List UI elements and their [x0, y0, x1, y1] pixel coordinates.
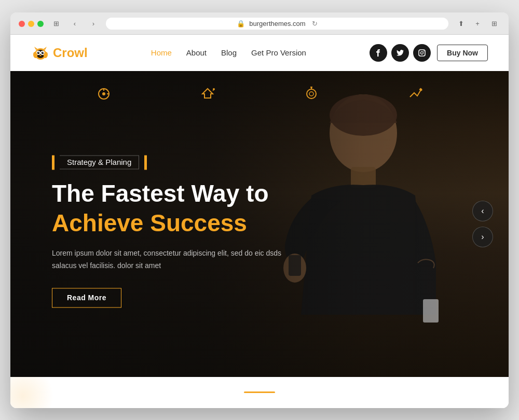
- browser-actions: ⬆ + ⊞: [455, 18, 500, 30]
- nav-forward-button[interactable]: ›: [87, 18, 100, 30]
- nav-item-blog[interactable]: Blog: [221, 48, 237, 58]
- traffic-light-yellow[interactable]: [28, 21, 34, 27]
- twitter-icon[interactable]: [391, 44, 409, 62]
- svg-point-28: [309, 92, 313, 96]
- address-bar[interactable]: 🔒 burgerthemes.com ↻: [106, 18, 448, 30]
- read-more-button[interactable]: Read More: [52, 288, 121, 307]
- nav-link-pro[interactable]: Get Pro Version: [251, 48, 306, 57]
- float-icon-1: [97, 87, 111, 104]
- svg-point-27: [307, 89, 316, 99]
- below-hero-line: [244, 391, 275, 393]
- slider-next-button[interactable]: ›: [472, 227, 493, 247]
- svg-point-9: [43, 52, 43, 52]
- share-icon[interactable]: ⬆: [455, 18, 467, 30]
- logo[interactable]: Crowl: [31, 46, 88, 60]
- hero-content: Strategy & Planing The Fastest Way to Ac…: [52, 155, 291, 307]
- instagram-icon[interactable]: [413, 44, 431, 62]
- nav-back-button[interactable]: ‹: [69, 18, 81, 30]
- url-text: burgerthemes.com: [249, 20, 305, 27]
- new-tab-icon[interactable]: +: [471, 18, 484, 30]
- buy-now-button[interactable]: Buy Now: [437, 45, 488, 61]
- svg-marker-1: [34, 47, 38, 50]
- svg-rect-13: [419, 50, 425, 56]
- nav-item-about[interactable]: About: [186, 48, 207, 58]
- svg-point-7: [42, 51, 44, 53]
- traffic-lights: [19, 21, 44, 27]
- navbar: Crowl Home About Blog Get Pro Version: [10, 35, 509, 71]
- nav-right: Buy Now: [370, 44, 488, 62]
- owl-logo-icon: [31, 46, 50, 60]
- svg-point-6: [37, 51, 39, 53]
- float-icon-4: [408, 87, 422, 104]
- svg-point-8: [38, 52, 39, 52]
- facebook-icon[interactable]: [370, 44, 387, 62]
- float-icon-3: [304, 87, 319, 104]
- svg-marker-2: [43, 47, 47, 50]
- svg-point-14: [421, 51, 424, 54]
- svg-point-30: [310, 87, 312, 88]
- float-icon-2: [200, 87, 215, 104]
- traffic-light-red[interactable]: [19, 21, 25, 27]
- nav-link-home[interactable]: Home: [151, 48, 172, 57]
- lock-icon: 🔒: [237, 20, 245, 27]
- hero-tag-bar-right: [144, 155, 147, 170]
- hero-heading-line2: Achieve Success: [52, 209, 291, 237]
- nav-menu: Home About Blog Get Pro Version: [151, 48, 306, 58]
- hero-heading-line1: The Fastest Way to: [52, 180, 291, 207]
- traffic-light-green[interactable]: [37, 21, 44, 27]
- refresh-icon[interactable]: ↻: [312, 20, 318, 27]
- social-icons: [370, 44, 431, 62]
- logo-text: Crowl: [53, 46, 88, 60]
- window-grid-icon[interactable]: ⊞: [50, 18, 62, 30]
- nav-link-blog[interactable]: Blog: [221, 48, 237, 57]
- slider-arrows: ‹ ›: [472, 201, 493, 247]
- floating-icons: [10, 71, 509, 120]
- hero-tag: Strategy & Planing: [52, 155, 147, 170]
- browser-window: ⊞ ‹ › 🔒 burgerthemes.com ↻ ⬆ + ⊞: [10, 12, 509, 408]
- hero-description: Lorem ipsum dolor sit amet, consectetur …: [52, 248, 291, 273]
- nav-item-pro[interactable]: Get Pro Version: [251, 48, 306, 58]
- svg-point-26: [213, 88, 215, 90]
- nav-item-home[interactable]: Home: [151, 48, 172, 58]
- svg-point-23: [102, 92, 105, 95]
- browser-chrome: ⊞ ‹ › 🔒 burgerthemes.com ↻ ⬆ + ⊞: [10, 12, 509, 35]
- nav-link-about[interactable]: About: [186, 48, 207, 57]
- tabs-icon[interactable]: ⊞: [488, 18, 500, 30]
- hero-tag-bar-left: [52, 155, 54, 170]
- hero-tag-text: Strategy & Planing: [60, 155, 139, 169]
- slider-prev-button[interactable]: ‹: [472, 201, 493, 221]
- hero-section: Strategy & Planing The Fastest Way to Ac…: [10, 71, 509, 377]
- svg-point-15: [424, 50, 425, 51]
- website: Crowl Home About Blog Get Pro Version: [10, 35, 509, 408]
- below-hero: [10, 377, 509, 408]
- window-controls: ⊞: [50, 18, 62, 30]
